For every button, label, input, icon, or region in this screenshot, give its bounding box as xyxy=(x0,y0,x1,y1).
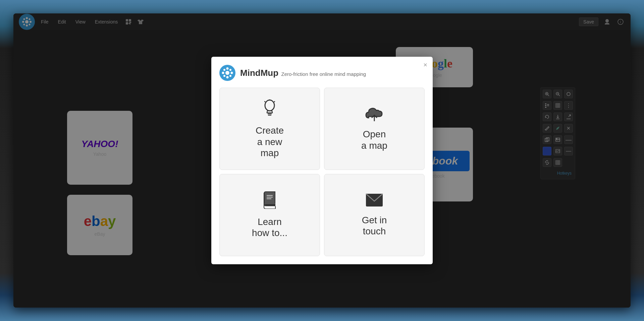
svg-point-64 xyxy=(229,75,231,77)
svg-point-59 xyxy=(222,72,224,74)
svg-point-58 xyxy=(226,76,229,79)
contact-card-content: Get intouch xyxy=(362,193,387,237)
svg-point-65 xyxy=(265,100,274,111)
svg-line-69 xyxy=(264,101,265,102)
cloud-upload-icon xyxy=(365,106,383,125)
modal-grid: Createa newmap Opena map xyxy=(219,88,425,256)
modal-dialog: MindMup Zero-friction free online mind m… xyxy=(211,57,433,264)
learn-card[interactable]: Learnhow to... xyxy=(219,174,320,256)
svg-point-56 xyxy=(225,71,229,75)
contact-card-label: Get intouch xyxy=(362,215,387,237)
envelope-icon xyxy=(365,193,383,211)
modal-title: MindMup xyxy=(240,68,278,78)
open-map-card[interactable]: Opena map xyxy=(324,88,425,170)
browser-chrome: File Edit View Extensions Save xyxy=(13,13,631,308)
contact-card[interactable]: Get intouch xyxy=(324,174,425,256)
modal-close-button[interactable]: × xyxy=(423,61,427,68)
svg-point-61 xyxy=(223,69,225,71)
create-card-label: Createa newmap xyxy=(256,125,284,159)
book-icon xyxy=(262,191,277,212)
learn-card-label: Learnhow to... xyxy=(252,216,287,239)
lightbulb-icon xyxy=(261,99,278,121)
svg-point-57 xyxy=(226,67,229,70)
svg-point-60 xyxy=(231,72,233,74)
modal-logo xyxy=(219,65,235,81)
svg-point-62 xyxy=(229,69,231,71)
svg-point-63 xyxy=(223,75,225,77)
svg-line-70 xyxy=(274,101,275,102)
open-card-content: Opena map xyxy=(361,106,387,151)
create-card-content: Createa newmap xyxy=(256,99,284,159)
open-card-label: Opena map xyxy=(361,129,387,151)
modal-subtitle: Zero-friction free online mind mapping xyxy=(281,71,366,77)
modal-title-group: MindMup Zero-friction free online mind m… xyxy=(240,68,366,78)
modal-overlay[interactable]: MindMup Zero-friction free online mind m… xyxy=(13,13,631,308)
modal-header: MindMup Zero-friction free online mind m… xyxy=(219,65,425,81)
create-new-map-card[interactable]: Createa newmap xyxy=(219,88,320,170)
learn-card-content: Learnhow to... xyxy=(252,191,287,239)
